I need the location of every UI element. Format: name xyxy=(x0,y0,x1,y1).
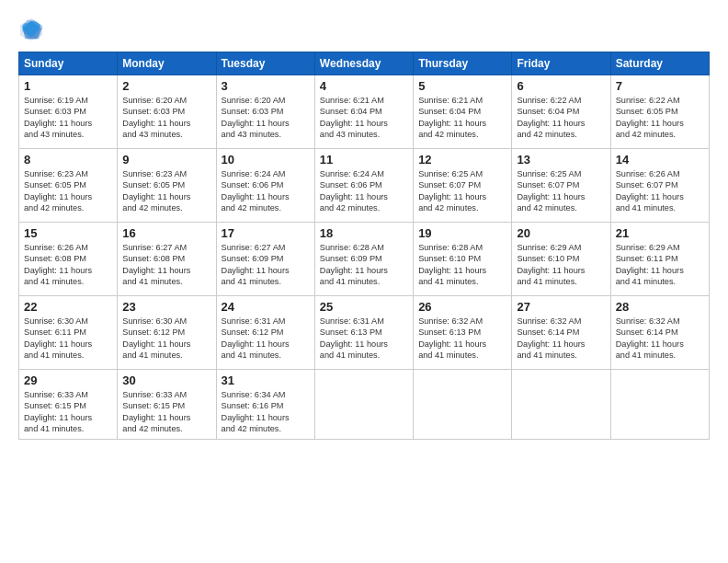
day-cell xyxy=(512,370,610,440)
day-cell: 6Sunrise: 6:22 AM Sunset: 6:04 PM Daylig… xyxy=(512,75,610,149)
day-number: 14 xyxy=(616,153,704,167)
day-info: Sunrise: 6:32 AM Sunset: 6:14 PM Dayligh… xyxy=(616,316,704,362)
day-number: 19 xyxy=(418,226,506,240)
day-number: 30 xyxy=(122,373,210,387)
col-header-saturday: Saturday xyxy=(610,52,709,75)
day-number: 4 xyxy=(320,79,408,93)
day-cell xyxy=(314,370,413,440)
header-row: SundayMondayTuesdayWednesdayThursdayFrid… xyxy=(19,52,710,75)
day-info: Sunrise: 6:25 AM Sunset: 6:07 PM Dayligh… xyxy=(517,168,605,214)
day-number: 23 xyxy=(122,300,210,314)
header xyxy=(18,17,710,42)
week-row-5: 29Sunrise: 6:33 AM Sunset: 6:15 PM Dayli… xyxy=(19,370,710,440)
day-cell: 3Sunrise: 6:20 AM Sunset: 6:03 PM Daylig… xyxy=(216,75,314,149)
day-info: Sunrise: 6:34 AM Sunset: 6:16 PM Dayligh… xyxy=(222,389,310,435)
day-info: Sunrise: 6:20 AM Sunset: 6:03 PM Dayligh… xyxy=(222,95,310,141)
day-info: Sunrise: 6:33 AM Sunset: 6:15 PM Dayligh… xyxy=(24,389,112,435)
day-cell: 11Sunrise: 6:24 AM Sunset: 6:06 PM Dayli… xyxy=(314,149,413,223)
week-row-4: 22Sunrise: 6:30 AM Sunset: 6:11 PM Dayli… xyxy=(19,296,710,370)
day-cell: 20Sunrise: 6:29 AM Sunset: 6:10 PM Dayli… xyxy=(512,223,610,296)
day-number: 28 xyxy=(616,300,704,314)
page: SundayMondayTuesdayWednesdayThursdayFrid… xyxy=(0,0,728,563)
day-info: Sunrise: 6:24 AM Sunset: 6:06 PM Dayligh… xyxy=(320,168,408,214)
day-cell: 12Sunrise: 6:25 AM Sunset: 6:07 PM Dayli… xyxy=(414,149,512,223)
day-cell: 30Sunrise: 6:33 AM Sunset: 6:15 PM Dayli… xyxy=(118,370,216,440)
day-info: Sunrise: 6:33 AM Sunset: 6:15 PM Dayligh… xyxy=(122,389,210,435)
day-info: Sunrise: 6:32 AM Sunset: 6:14 PM Dayligh… xyxy=(517,316,605,362)
day-info: Sunrise: 6:29 AM Sunset: 6:11 PM Dayligh… xyxy=(616,242,704,288)
day-info: Sunrise: 6:23 AM Sunset: 6:05 PM Dayligh… xyxy=(122,168,210,214)
day-info: Sunrise: 6:27 AM Sunset: 6:08 PM Dayligh… xyxy=(122,242,210,288)
day-cell: 31Sunrise: 6:34 AM Sunset: 6:16 PM Dayli… xyxy=(216,370,314,440)
calendar-body: 1Sunrise: 6:19 AM Sunset: 6:03 PM Daylig… xyxy=(19,75,710,440)
week-row-1: 1Sunrise: 6:19 AM Sunset: 6:03 PM Daylig… xyxy=(19,75,710,149)
day-cell: 2Sunrise: 6:20 AM Sunset: 6:03 PM Daylig… xyxy=(118,75,216,149)
day-info: Sunrise: 6:22 AM Sunset: 6:04 PM Dayligh… xyxy=(517,95,605,141)
day-cell: 24Sunrise: 6:31 AM Sunset: 6:12 PM Dayli… xyxy=(216,296,314,370)
day-info: Sunrise: 6:20 AM Sunset: 6:03 PM Dayligh… xyxy=(122,95,210,141)
day-cell: 25Sunrise: 6:31 AM Sunset: 6:13 PM Dayli… xyxy=(314,296,413,370)
col-header-monday: Monday xyxy=(118,52,216,75)
day-cell: 9Sunrise: 6:23 AM Sunset: 6:05 PM Daylig… xyxy=(118,149,216,223)
day-number: 6 xyxy=(517,79,605,93)
day-number: 11 xyxy=(320,153,408,167)
day-cell: 5Sunrise: 6:21 AM Sunset: 6:04 PM Daylig… xyxy=(414,75,512,149)
day-cell: 15Sunrise: 6:26 AM Sunset: 6:08 PM Dayli… xyxy=(19,223,118,296)
calendar: SundayMondayTuesdayWednesdayThursdayFrid… xyxy=(18,52,710,440)
day-info: Sunrise: 6:19 AM Sunset: 6:03 PM Dayligh… xyxy=(24,95,112,141)
day-number: 24 xyxy=(222,300,310,314)
day-info: Sunrise: 6:21 AM Sunset: 6:04 PM Dayligh… xyxy=(418,95,506,141)
day-info: Sunrise: 6:21 AM Sunset: 6:04 PM Dayligh… xyxy=(320,95,408,141)
day-info: Sunrise: 6:30 AM Sunset: 6:12 PM Dayligh… xyxy=(122,316,210,362)
day-info: Sunrise: 6:22 AM Sunset: 6:05 PM Dayligh… xyxy=(616,95,704,141)
logo xyxy=(18,17,48,42)
day-cell: 17Sunrise: 6:27 AM Sunset: 6:09 PM Dayli… xyxy=(216,223,314,296)
day-number: 2 xyxy=(122,79,210,93)
day-cell: 1Sunrise: 6:19 AM Sunset: 6:03 PM Daylig… xyxy=(19,75,118,149)
day-cell: 23Sunrise: 6:30 AM Sunset: 6:12 PM Dayli… xyxy=(118,296,216,370)
day-number: 3 xyxy=(222,79,310,93)
day-number: 15 xyxy=(24,226,112,240)
day-number: 18 xyxy=(320,226,408,240)
day-number: 1 xyxy=(24,79,112,93)
calendar-header: SundayMondayTuesdayWednesdayThursdayFrid… xyxy=(19,52,710,75)
day-cell: 28Sunrise: 6:32 AM Sunset: 6:14 PM Dayli… xyxy=(610,296,709,370)
day-cell: 13Sunrise: 6:25 AM Sunset: 6:07 PM Dayli… xyxy=(512,149,610,223)
day-cell: 22Sunrise: 6:30 AM Sunset: 6:11 PM Dayli… xyxy=(19,296,118,370)
day-number: 20 xyxy=(517,226,605,240)
day-info: Sunrise: 6:30 AM Sunset: 6:11 PM Dayligh… xyxy=(24,316,112,362)
day-cell: 21Sunrise: 6:29 AM Sunset: 6:11 PM Dayli… xyxy=(610,223,709,296)
col-header-friday: Friday xyxy=(512,52,610,75)
day-number: 8 xyxy=(24,153,112,167)
day-number: 10 xyxy=(222,153,310,167)
day-number: 21 xyxy=(616,226,704,240)
day-number: 16 xyxy=(122,226,210,240)
day-info: Sunrise: 6:31 AM Sunset: 6:13 PM Dayligh… xyxy=(320,316,408,362)
day-number: 25 xyxy=(320,300,408,314)
day-number: 13 xyxy=(517,153,605,167)
day-cell: 7Sunrise: 6:22 AM Sunset: 6:05 PM Daylig… xyxy=(610,75,709,149)
day-number: 5 xyxy=(418,79,506,93)
col-header-thursday: Thursday xyxy=(414,52,512,75)
day-info: Sunrise: 6:31 AM Sunset: 6:12 PM Dayligh… xyxy=(222,316,310,362)
day-cell: 16Sunrise: 6:27 AM Sunset: 6:08 PM Dayli… xyxy=(118,223,216,296)
day-info: Sunrise: 6:28 AM Sunset: 6:09 PM Dayligh… xyxy=(320,242,408,288)
day-info: Sunrise: 6:25 AM Sunset: 6:07 PM Dayligh… xyxy=(418,168,506,214)
day-cell: 10Sunrise: 6:24 AM Sunset: 6:06 PM Dayli… xyxy=(216,149,314,223)
day-number: 17 xyxy=(222,226,310,240)
day-number: 9 xyxy=(122,153,210,167)
day-cell: 26Sunrise: 6:32 AM Sunset: 6:13 PM Dayli… xyxy=(414,296,512,370)
day-info: Sunrise: 6:32 AM Sunset: 6:13 PM Dayligh… xyxy=(418,316,506,362)
day-info: Sunrise: 6:26 AM Sunset: 6:07 PM Dayligh… xyxy=(616,168,704,214)
col-header-tuesday: Tuesday xyxy=(216,52,314,75)
day-cell: 14Sunrise: 6:26 AM Sunset: 6:07 PM Dayli… xyxy=(610,149,709,223)
day-info: Sunrise: 6:24 AM Sunset: 6:06 PM Dayligh… xyxy=(222,168,310,214)
week-row-3: 15Sunrise: 6:26 AM Sunset: 6:08 PM Dayli… xyxy=(19,223,710,296)
day-info: Sunrise: 6:23 AM Sunset: 6:05 PM Dayligh… xyxy=(24,168,112,214)
day-number: 12 xyxy=(418,153,506,167)
day-cell: 4Sunrise: 6:21 AM Sunset: 6:04 PM Daylig… xyxy=(314,75,413,149)
col-header-sunday: Sunday xyxy=(19,52,118,75)
day-cell: 27Sunrise: 6:32 AM Sunset: 6:14 PM Dayli… xyxy=(512,296,610,370)
day-info: Sunrise: 6:27 AM Sunset: 6:09 PM Dayligh… xyxy=(222,242,310,288)
day-info: Sunrise: 6:26 AM Sunset: 6:08 PM Dayligh… xyxy=(24,242,112,288)
